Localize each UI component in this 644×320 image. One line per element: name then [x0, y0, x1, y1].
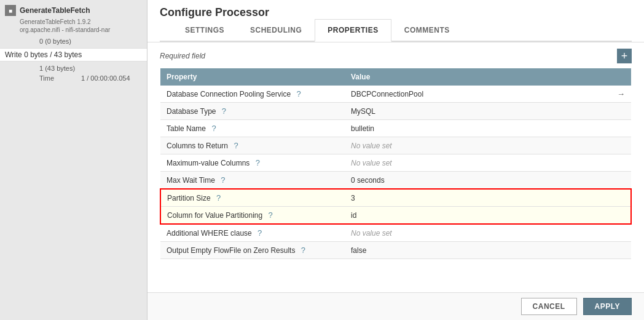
prop-action-where: [611, 224, 631, 242]
col-property: Property: [160, 68, 345, 86]
prop-name-where: Additional WHERE clause ?: [160, 224, 345, 242]
main-dialog: Configure Processor SETTINGS SCHEDULING …: [147, 0, 644, 320]
content-area: Required field + Property Value Database…: [147, 42, 644, 292]
cancel-button[interactable]: CANCEL: [521, 298, 577, 315]
dialog-title: Configure Processor SETTINGS SCHEDULING …: [147, 0, 644, 42]
col-value: Value: [345, 68, 611, 86]
prop-name-output-empty: Output Empty FlowFile on Zero Results ?: [160, 242, 345, 259]
sidebar: ■ GenerateTableFetch GenerateTableFetch …: [0, 0, 147, 320]
prop-action-output-empty: [611, 242, 631, 259]
prop-action-col-partition: [611, 207, 631, 225]
sidebar-header: ■ GenerateTableFetch: [0, 2, 147, 18]
table-row-partition-size[interactable]: Partition Size ? 3: [160, 189, 631, 207]
prop-name-db-connection: Database Connection Pooling Service ?: [160, 86, 345, 103]
help-icon[interactable]: ?: [301, 246, 305, 255]
prop-value-max-value-cols: No value set: [345, 154, 611, 172]
prop-value-table-name: bulletin: [345, 120, 611, 137]
prop-value-columns: No value set: [345, 137, 611, 154]
help-icon[interactable]: ?: [211, 124, 216, 133]
help-icon[interactable]: ?: [234, 141, 238, 150]
prop-value-db-type: MySQL: [345, 103, 611, 120]
processor-icon: ■: [5, 5, 16, 16]
col-action: [611, 68, 631, 86]
table-row[interactable]: Table Name ? bulletin: [160, 120, 631, 137]
write-label: Write: [5, 50, 22, 59]
add-property-button[interactable]: +: [617, 49, 632, 63]
prop-action-max-wait: [611, 172, 631, 190]
stat-time-value: 1 / 00:00:00.054: [61, 74, 135, 82]
help-icon[interactable]: ?: [269, 210, 273, 220]
apply-button[interactable]: APPLY: [583, 298, 632, 315]
help-icon[interactable]: ?: [216, 193, 221, 202]
tab-bar: SETTINGS SCHEDULING PROPERTIES COMMENTS: [160, 19, 632, 42]
tab-settings[interactable]: SETTINGS: [172, 19, 237, 41]
prop-name-table-name: Table Name ?: [160, 120, 345, 137]
table-row[interactable]: Output Empty FlowFile on Zero Results ? …: [160, 242, 631, 259]
help-icon[interactable]: ?: [222, 106, 226, 116]
table-body: Database Connection Pooling Service ? DB…: [160, 86, 631, 259]
prop-action-db-connection: →: [611, 86, 631, 103]
prop-value-max-wait: 0 seconds: [345, 172, 611, 190]
prop-action-table-name: [611, 120, 631, 137]
stat-in: 0 (0 bytes): [20, 37, 142, 46]
tab-scheduling[interactable]: SCHEDULING: [237, 19, 315, 41]
help-icon[interactable]: ?: [221, 175, 225, 185]
required-field-label: Required field: [160, 52, 205, 60]
write-value: 0 bytes / 43 bytes: [24, 50, 82, 59]
prop-action-db-type: [611, 103, 631, 120]
arrow-icon[interactable]: →: [617, 89, 625, 98]
write-stat-row: Write 0 bytes / 43 bytes: [0, 48, 147, 62]
table-row[interactable]: Database Type ? MySQL: [160, 103, 631, 120]
dialog-footer: CANCEL APPLY: [147, 292, 644, 320]
help-icon[interactable]: ?: [296, 89, 300, 98]
prop-value-where: No value set: [345, 224, 611, 242]
prop-value-db-connection: DBCPConnectionPool: [345, 86, 611, 103]
tab-properties[interactable]: PROPERTIES: [315, 19, 391, 42]
sidebar-version: GenerateTableFetch 1.9.2: [0, 18, 147, 26]
prop-name-max-wait: Max Wait Time ?: [160, 172, 345, 190]
prop-action-max-value-cols: [611, 154, 631, 172]
required-field-row: Required field +: [160, 49, 632, 63]
prop-value-col-partition: id: [345, 207, 611, 225]
prop-name-db-type: Database Type ?: [160, 103, 345, 120]
sidebar-title: GenerateTableFetch: [20, 6, 90, 15]
prop-action-partition-size: [611, 189, 631, 207]
stat-out: 1 (43 bytes): [20, 64, 142, 73]
tab-comments[interactable]: COMMENTS: [391, 19, 463, 41]
properties-table: Property Value Database Connection Pooli…: [160, 68, 632, 259]
stat-time-label: Time: [20, 74, 59, 82]
table-row[interactable]: Max Wait Time ? 0 seconds: [160, 172, 631, 190]
help-icon[interactable]: ?: [256, 158, 260, 167]
table-row[interactable]: Additional WHERE clause ? No value set: [160, 224, 631, 242]
help-icon[interactable]: ?: [257, 228, 262, 238]
prop-name-columns: Columns to Return ?: [160, 137, 345, 154]
prop-value-partition-size: 3: [345, 189, 611, 207]
prop-name-max-value-cols: Maximum-value Columns ?: [160, 154, 345, 172]
table-row-column-partition[interactable]: Column for Value Partitioning ? id: [160, 207, 631, 225]
table-header: Property Value: [160, 68, 631, 86]
table-row[interactable]: Database Connection Pooling Service ? DB…: [160, 86, 631, 103]
sidebar-nar: org.apache.nifi - nifi-standard-nar: [0, 26, 147, 34]
prop-name-col-partition: Column for Value Partitioning ?: [160, 207, 345, 225]
prop-name-partition-size: Partition Size ?: [160, 189, 345, 207]
prop-value-output-empty: false: [345, 242, 611, 259]
table-row[interactable]: Maximum-value Columns ? No value set: [160, 154, 631, 172]
prop-action-columns: [611, 137, 631, 154]
table-row[interactable]: Columns to Return ? No value set: [160, 137, 631, 154]
